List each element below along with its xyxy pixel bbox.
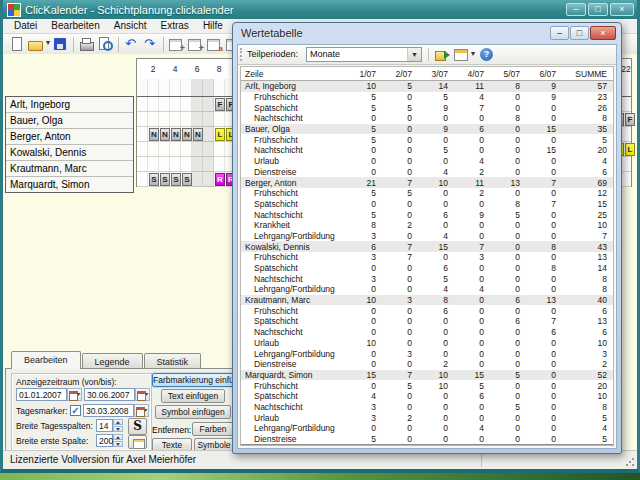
shift-cell-F[interactable]: F bbox=[215, 98, 225, 111]
date-to-field[interactable]: 30.06.2007 bbox=[84, 388, 135, 401]
date-to-calendar-icon[interactable]: ▾ bbox=[135, 388, 150, 401]
style-button[interactable]: S bbox=[128, 418, 147, 435]
calendar-row-label[interactable]: Marquardt, Simon bbox=[6, 177, 133, 192]
table-row[interactable]: Frühschicht55020012 bbox=[241, 188, 613, 199]
dialog-close-button[interactable]: × bbox=[590, 26, 616, 40]
shift-cell-L[interactable]: L bbox=[625, 143, 635, 156]
menu-bearbeiten[interactable]: Bearbeiten bbox=[44, 19, 106, 33]
table-row[interactable]: Frühschicht5000005 bbox=[241, 134, 613, 145]
table-row[interactable]: Spätschicht00600814 bbox=[241, 263, 613, 274]
table-row[interactable]: Kowalski, Dennis671570843 bbox=[241, 241, 613, 252]
table-row[interactable]: Nachtschicht005001520 bbox=[241, 145, 613, 156]
dialog-maximize-button[interactable]: □ bbox=[570, 26, 589, 40]
shift-cell-N[interactable]: N bbox=[182, 128, 192, 141]
dialog-minimize-button[interactable]: – bbox=[550, 26, 569, 40]
table-row[interactable]: Arlt, Ingeborg10514118957 bbox=[241, 81, 613, 92]
table-row[interactable]: Frühschicht051050020 bbox=[241, 380, 613, 391]
shift-cell-N[interactable]: N bbox=[149, 128, 159, 141]
date-from-field[interactable]: 01.01.2007 bbox=[16, 388, 67, 401]
menu-extras[interactable]: Extras bbox=[154, 19, 196, 33]
table-row[interactable]: Spätschicht55970026 bbox=[241, 102, 613, 113]
tagesmarker-calendar-icon[interactable]: ▾ bbox=[134, 404, 149, 417]
shift-cell-N[interactable]: N bbox=[171, 128, 181, 141]
table-row[interactable]: Lehrgang/Fortbildung0044008 bbox=[241, 284, 613, 295]
undo-icon[interactable] bbox=[123, 36, 140, 52]
table-row[interactable]: Nachtschicht3000508 bbox=[241, 402, 613, 413]
table-row[interactable]: Lehrgang/Fortbildung3040007 bbox=[241, 231, 613, 242]
table-row[interactable]: Spätschicht00008715 bbox=[241, 199, 613, 210]
tagesspalten-spinner[interactable]: 14 bbox=[96, 419, 113, 432]
farbmarkierung-einfuegen-button[interactable]: Farbmarkierung einfügen bbox=[152, 373, 234, 387]
table-row[interactable]: Dienstreise5000005 bbox=[241, 434, 613, 445]
text-einfuegen-button[interactable]: Text einfügen bbox=[161, 389, 225, 403]
main-titlebar[interactable]: ClicKalender - Schichtplanung.clickalend… bbox=[3, 0, 637, 19]
menu-hilfe[interactable]: Hilfe bbox=[196, 19, 230, 33]
table-row[interactable]: Urlaub100000010 bbox=[241, 338, 613, 349]
tab-legende[interactable]: Legende bbox=[82, 353, 143, 369]
menu-datei[interactable]: Datei bbox=[7, 19, 44, 33]
insert-text-icon[interactable] bbox=[187, 36, 204, 52]
view-options-icon[interactable] bbox=[453, 47, 476, 62]
table-row[interactable]: Lehrgang/Fortbildung0300003 bbox=[241, 348, 613, 359]
maximize-button[interactable]: □ bbox=[588, 3, 608, 16]
table-row[interactable]: Dienstreise0020002 bbox=[241, 359, 613, 370]
save-icon[interactable] bbox=[52, 36, 69, 52]
table-row[interactable]: Nachtschicht0000066 bbox=[241, 327, 613, 338]
tagesspalten-spinner-buttons[interactable] bbox=[113, 419, 123, 432]
tab-bearbeiten[interactable]: Bearbeiten bbox=[11, 351, 81, 369]
resize-grip[interactable] bbox=[625, 457, 635, 467]
calendar-row-label[interactable]: Bauer, Olga bbox=[6, 113, 133, 129]
table-row[interactable]: Frühschicht0060006 bbox=[241, 305, 613, 316]
column-format-button[interactable] bbox=[128, 435, 147, 449]
symbol-einfuegen-button[interactable]: Symbol einfügen bbox=[155, 405, 231, 419]
table-row[interactable]: Urlaub0004004 bbox=[241, 156, 613, 167]
shift-cell-F[interactable]: F bbox=[625, 113, 635, 126]
dialog-titlebar[interactable]: Wertetabelle – □ × bbox=[233, 23, 621, 44]
new-document-icon[interactable] bbox=[8, 36, 25, 52]
open-icon[interactable] bbox=[27, 36, 50, 52]
print-preview-icon[interactable] bbox=[97, 36, 114, 52]
table-row[interactable]: Marquardt, Simon15710155052 bbox=[241, 370, 613, 381]
shift-cell-S[interactable]: S bbox=[160, 173, 170, 186]
table-row[interactable]: Frühschicht50540923 bbox=[241, 92, 613, 103]
close-button[interactable]: × bbox=[610, 3, 634, 16]
menu-ansicht[interactable]: Ansicht bbox=[107, 19, 154, 33]
calendar-row-label[interactable]: Arlt, Ingeborg bbox=[6, 97, 133, 113]
minimize-button[interactable]: – bbox=[566, 3, 586, 16]
shift-cell-L[interactable]: L bbox=[215, 128, 225, 141]
calendar-row-label[interactable]: Berger, Anton bbox=[6, 129, 133, 145]
shift-cell-S[interactable]: S bbox=[149, 173, 159, 186]
erste-spalte-spinner[interactable]: 200 bbox=[96, 434, 113, 447]
table-row[interactable]: Lehrgang/Fortbildung0004004 bbox=[241, 423, 613, 434]
table-row[interactable]: Spätschicht00006713 bbox=[241, 316, 613, 327]
table-row[interactable]: Krautmann, Marc1038061340 bbox=[241, 295, 613, 306]
calendar-row-label[interactable]: Kowalski, Dennis bbox=[6, 145, 133, 161]
insert-symbol-icon[interactable] bbox=[206, 36, 223, 52]
table-row[interactable]: Berger, Anton217101113769 bbox=[241, 177, 613, 188]
combobox-arrow-icon[interactable]: ▼ bbox=[407, 48, 421, 61]
shift-cell-R[interactable]: R bbox=[215, 173, 225, 186]
table-row[interactable]: Urlaub3200005 bbox=[241, 412, 613, 423]
print-icon[interactable] bbox=[78, 36, 95, 52]
shift-cell-N[interactable]: N bbox=[193, 128, 203, 141]
shift-cell-S[interactable]: S bbox=[171, 173, 181, 186]
table-row[interactable]: Krankheit82000010 bbox=[241, 220, 613, 231]
redo-icon[interactable] bbox=[142, 36, 159, 52]
calendar-row-label[interactable]: Krautmann, Marc bbox=[6, 161, 133, 177]
table-row[interactable]: Nachtschicht50695025 bbox=[241, 209, 613, 220]
table-row[interactable]: Dienstreise0042006 bbox=[241, 167, 613, 178]
tagesmarker-checkbox[interactable]: ✓ bbox=[70, 405, 81, 416]
teilperioden-combobox[interactable]: Monate ▼ bbox=[306, 47, 422, 62]
shift-cell-S[interactable]: S bbox=[182, 173, 192, 186]
erste-spalte-spinner-buttons[interactable] bbox=[113, 434, 123, 447]
date-from-calendar-icon[interactable]: ▾ bbox=[67, 388, 82, 401]
shift-cell-N[interactable]: N bbox=[160, 128, 170, 141]
table-row[interactable]: Frühschicht37030013 bbox=[241, 252, 613, 263]
help-icon[interactable] bbox=[478, 47, 495, 62]
table-row[interactable]: Nachtschicht3050008 bbox=[241, 273, 613, 284]
farben-entfernen-button[interactable]: Farben bbox=[192, 422, 234, 436]
export-icon[interactable] bbox=[434, 47, 451, 62]
table-row[interactable]: Bauer, Olga509601535 bbox=[241, 124, 613, 135]
table-row[interactable]: Spätschicht40060010 bbox=[241, 391, 613, 402]
insert-colormark-icon[interactable] bbox=[168, 36, 185, 52]
